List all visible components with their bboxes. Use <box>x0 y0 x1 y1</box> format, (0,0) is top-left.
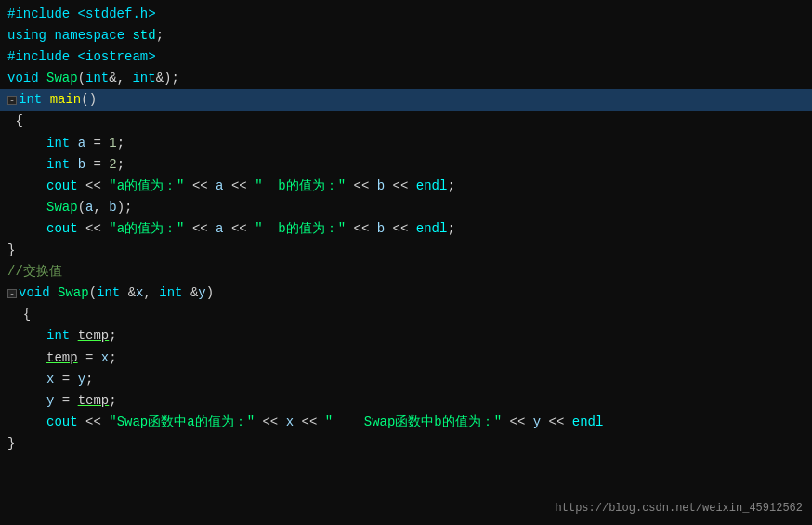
code-line-4: void Swap(int&, int&); <box>0 68 812 89</box>
code-line-11: cout << "a的值为：" << a << " b的值为：" << b <<… <box>0 218 812 240</box>
code-line-17: temp = x; <box>0 348 812 369</box>
code-line-16: int temp; <box>0 325 812 347</box>
code-line-9: cout << "a的值为：" << a << " b的值为：" << b <<… <box>0 176 812 197</box>
code-line-5: -int main() <box>0 89 812 111</box>
code-line-1: #include <stddef.h> <box>0 4 812 25</box>
code-line-6: { <box>0 111 812 132</box>
code-line-20: cout << "Swap函数中a的值为：" << x << " Swap函数中… <box>0 412 812 433</box>
code-line-14: -void Swap(int &x, int &y) <box>0 282 812 304</box>
code-line-21: } <box>0 433 812 454</box>
code-line-8: int b = 2; <box>0 154 812 176</box>
url-watermark: https://blog.csdn.net/weixin_45912562 <box>556 500 803 518</box>
code-line-3: #include <iostream> <box>0 46 812 68</box>
code-line-15: { <box>0 304 812 325</box>
code-line-18: x = y; <box>0 369 812 390</box>
collapse-swap[interactable]: - <box>7 289 17 298</box>
code-line-10: Swap(a, b); <box>0 197 812 218</box>
code-line-13: //交换值 <box>0 261 812 282</box>
code-line-19: y = temp; <box>0 390 812 412</box>
code-line-12: } <box>0 240 812 261</box>
code-line-7: int a = 1; <box>0 133 812 154</box>
code-editor: #include <stddef.h> using namespace std;… <box>0 0 812 525</box>
collapse-main[interactable]: - <box>7 96 17 105</box>
code-line-2: using namespace std; <box>0 25 812 46</box>
